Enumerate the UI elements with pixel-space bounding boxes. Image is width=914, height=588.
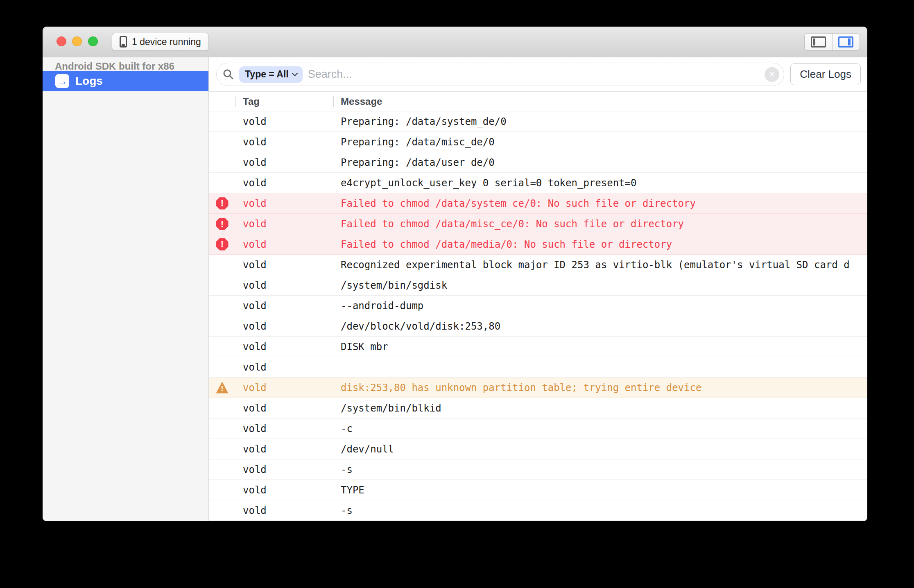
table-row[interactable]: vold Recognized experimental block major… (209, 255, 867, 275)
table-row[interactable]: vold -s (209, 500, 867, 521)
log-message: Preparing: /data/user_de/0 (333, 157, 867, 168)
table-row[interactable]: vold (209, 357, 867, 378)
table-row[interactable]: vold Preparing: /data/misc_de/0 (209, 132, 867, 152)
log-tag: vold (235, 116, 333, 127)
log-message: -s (333, 464, 867, 475)
log-tag: vold (235, 341, 333, 353)
log-message: /system/bin/blkid (333, 403, 867, 414)
table-row[interactable]: vold DISK mbr (209, 337, 867, 357)
search-field[interactable]: Type = All ✕ (216, 63, 784, 86)
log-tag: vold (235, 484, 333, 496)
log-tag: vold (235, 321, 333, 332)
error-icon (216, 238, 228, 251)
minimize-window-icon[interactable] (72, 36, 82, 46)
table-header: Tag Message (209, 92, 867, 111)
log-message: -c (333, 423, 867, 434)
table-row[interactable]: vold disk:253,80 has unknown partition t… (209, 378, 867, 398)
error-icon (216, 218, 228, 230)
table-row[interactable]: vold Failed to chmod /data/misc_ce/0: No… (209, 214, 867, 234)
table-row[interactable]: vold --android-dump (209, 296, 867, 316)
log-tag: vold (235, 157, 333, 168)
log-message: Failed to chmod /data/misc_ce/0: No such… (333, 218, 867, 230)
log-message: Preparing: /data/misc_de/0 (333, 136, 867, 148)
clear-logs-button[interactable]: Clear Logs (790, 63, 861, 85)
log-message: /dev/null (333, 443, 867, 455)
sidebar-item-logs[interactable]: → Logs (43, 71, 208, 91)
log-table: vold Preparing: /data/system_de/0 vold P… (209, 111, 867, 521)
search-icon (223, 69, 234, 80)
search-input[interactable] (308, 68, 760, 81)
close-window-icon[interactable] (57, 36, 66, 46)
log-message: --android-dump (333, 300, 867, 312)
type-filter-token[interactable]: Type = All (239, 66, 303, 83)
table-row[interactable]: vold /system/bin/sgdisk (209, 275, 867, 296)
table-row[interactable]: vold Preparing: /data/system_de/0 (209, 111, 867, 132)
sidebar-right-toggle-icon (838, 36, 853, 47)
log-tag: vold (235, 443, 333, 455)
column-header-tag: Tag (243, 92, 260, 111)
table-row[interactable]: vold /dev/block/vold/disk:253,80 (209, 316, 867, 337)
clear-search-icon[interactable]: ✕ (765, 67, 779, 82)
log-tag: vold (235, 136, 333, 148)
log-toolbar: Type = All ✕ Clear Logs (209, 57, 867, 92)
table-row[interactable]: vold -c (209, 418, 867, 439)
table-row[interactable]: vold Failed to chmod /data/media/0: No s… (209, 234, 867, 255)
log-tag: vold (235, 464, 333, 475)
log-message: Recognized experimental block major ID 2… (333, 259, 867, 271)
device-running-button[interactable]: 1 device running (112, 33, 209, 51)
sidebar-left-toggle-icon (811, 36, 826, 47)
device-running-label: 1 device running (132, 36, 201, 47)
log-message: /dev/block/vold/disk:253,80 (333, 321, 867, 332)
log-tag: vold (235, 300, 333, 312)
table-row[interactable]: vold -s (209, 459, 867, 480)
column-divider (235, 96, 236, 107)
log-message: Failed to chmod /data/system_ce/0: No su… (333, 198, 867, 209)
error-icon (216, 197, 228, 210)
log-message: e4crypt_unlock_user_key 0 serial=0 token… (333, 177, 867, 189)
log-message: -s (333, 505, 867, 516)
device-logs-window: 1 device running Android SDK built for x… (43, 27, 867, 521)
device-name-header: Android SDK built for x86 (43, 57, 208, 71)
zoom-window-icon[interactable] (88, 36, 98, 46)
table-row[interactable]: vold TYPE (209, 480, 867, 500)
table-row[interactable]: vold e4crypt_unlock_user_key 0 serial=0 … (209, 173, 867, 193)
log-message: Preparing: /data/system_de/0 (333, 116, 867, 127)
log-tag: vold (235, 218, 333, 230)
log-tag: vold (235, 239, 333, 250)
log-message: TYPE (333, 484, 867, 496)
log-tag: vold (235, 362, 333, 373)
log-message: /system/bin/sgdisk (333, 280, 867, 291)
warning-icon (216, 382, 228, 394)
column-header-message: Message (341, 92, 382, 111)
desktop-background: 1 device running Android SDK built for x… (0, 0, 914, 588)
log-tag: vold (235, 259, 333, 271)
type-filter-label: Type = All (245, 69, 289, 80)
log-tag: vold (235, 403, 333, 414)
phone-icon (120, 36, 127, 47)
toggle-right-panel-button[interactable] (832, 34, 860, 50)
log-tag: vold (235, 382, 333, 394)
log-tag: vold (235, 198, 333, 209)
log-message: DISK mbr (333, 341, 867, 353)
titlebar[interactable]: 1 device running (43, 27, 867, 57)
table-row[interactable]: vold Failed to chmod /data/system_ce/0: … (209, 193, 867, 214)
chevron-down-icon (292, 70, 298, 76)
panel-toggle-group (804, 33, 860, 51)
log-tag: vold (235, 280, 333, 291)
sidebar-item-label: Logs (75, 75, 103, 88)
sidebar: Android SDK built for x86 → Logs (43, 57, 209, 521)
log-message: Failed to chmod /data/media/0: No such f… (333, 239, 867, 250)
log-message: disk:253,80 has unknown partition table;… (333, 382, 867, 394)
table-row[interactable]: vold /system/bin/blkid (209, 398, 867, 418)
column-divider (333, 96, 334, 107)
log-tag: vold (235, 423, 333, 434)
table-row[interactable]: vold Preparing: /data/user_de/0 (209, 152, 867, 173)
table-row[interactable]: vold /dev/null (209, 439, 867, 459)
log-tag: vold (235, 177, 333, 189)
arrow-right-icon: → (55, 74, 69, 88)
toggle-left-panel-button[interactable] (805, 34, 832, 50)
log-tag: vold (235, 505, 333, 516)
